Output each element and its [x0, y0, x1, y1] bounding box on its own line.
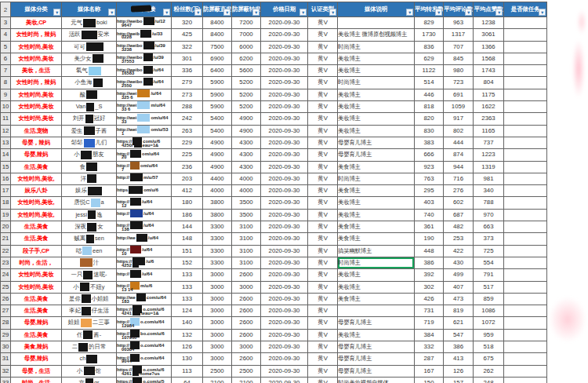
- cell-price-date[interactable]: 2020-09-30: [261, 185, 308, 197]
- cell-avg-repost[interactable]: 818: [415, 101, 444, 113]
- cell-weibo-link[interactable]: http://weim/u/6433 6: [117, 101, 172, 113]
- cell-price-date[interactable]: 2020-09-30: [261, 17, 308, 29]
- row-number[interactable]: 21: [1, 233, 11, 245]
- cell-task[interactable]: [504, 101, 547, 113]
- cell-cert-type[interactable]: 黄V: [308, 137, 338, 148]
- cell-weibo-link[interactable]: http://wei/u/64325 6: [117, 89, 172, 100]
- cell-price-date[interactable]: 2020-09-30: [261, 293, 308, 305]
- cell-media-name[interactable]: 姐姐二三事: [62, 317, 117, 329]
- cell-fans[interactable]: 225: [172, 149, 203, 161]
- cell-media-name[interactable]: 小朋友: [62, 149, 117, 161]
- cell-direct-price[interactable]: 3000: [203, 269, 232, 281]
- cell-price-date[interactable]: 2020-09-30: [261, 77, 308, 89]
- cell-cert-type[interactable]: 黄V: [308, 353, 338, 365]
- cell-fans[interactable]: 152: [172, 257, 203, 268]
- cell-avg-like[interactable]: 959: [474, 329, 504, 341]
- cell-fans[interactable]: 133: [172, 281, 203, 293]
- cell-media-desc[interactable]: 母婴育儿博主: [338, 353, 415, 365]
- row-number[interactable]: 31: [1, 353, 11, 365]
- cell-avg-like[interactable]: 3061: [474, 29, 504, 41]
- row-number[interactable]: 27: [1, 305, 11, 317]
- cell-weibo-link[interactable]: http://weibo/u/3937553: [117, 53, 172, 64]
- cell-avg-like[interactable]: 1175: [474, 89, 504, 100]
- cell-avg-comment[interactable]: 444: [444, 137, 474, 148]
- cell-price-date[interactable]: 2020-09-30: [261, 353, 308, 365]
- cell-price-date[interactable]: 2020-09-30: [261, 149, 308, 161]
- cell-avg-repost[interactable]: 836: [415, 41, 444, 53]
- column-header-9[interactable]: 媒体说明▼: [338, 2, 415, 17]
- column-header-1[interactable]: 媒体分类▼: [11, 2, 62, 17]
- cell-weibo-link[interactable]: https://com/u/64250/eau=1&: [117, 137, 172, 148]
- cell-cert-type[interactable]: 黄V: [308, 29, 338, 41]
- cell-weibo-link[interactable]: http://o.com/u/649044: [117, 353, 172, 365]
- cell-repost-price[interactable]: 4000: [232, 173, 261, 184]
- cell-cert-type[interactable]: 黄V: [308, 197, 338, 209]
- cell-price-date[interactable]: 2020-09-30: [261, 221, 308, 233]
- cell-weibo-link[interactable]: http://m/u/57: [117, 173, 172, 184]
- cell-avg-like[interactable]: 675: [474, 353, 504, 365]
- cell-avg-repost[interactable]: 150: [415, 377, 444, 383]
- cell-direct-price[interactable]: 3000: [203, 281, 232, 293]
- cell-direct-price[interactable]: 4000: [203, 185, 232, 197]
- cell-media-name[interactable]: 贼离sen: [62, 233, 117, 245]
- cell-avg-like[interactable]: 859: [474, 293, 504, 305]
- cell-media-desc[interactable]: 母婴育儿博主: [338, 137, 415, 148]
- row-number[interactable]: 12: [1, 125, 11, 137]
- cell-task[interactable]: [504, 305, 547, 317]
- cell-avg-like[interactable]: 791: [474, 269, 504, 281]
- row-number[interactable]: 22: [1, 245, 11, 257]
- cell-avg-comment[interactable]: 716: [444, 173, 474, 184]
- cell-media-desc[interactable]: 美妆博主: [338, 89, 415, 100]
- cell-avg-like[interactable]: 262: [474, 365, 504, 377]
- filter-dropdown-icon[interactable]: ▼: [108, 9, 115, 16]
- filter-dropdown-icon[interactable]: ▼: [53, 9, 60, 16]
- column-header-11[interactable]: 平均评论数▼: [444, 2, 474, 17]
- cell-avg-repost[interactable]: 514: [415, 77, 444, 89]
- cell-price-date[interactable]: 2020-09-30: [261, 65, 308, 77]
- cell-price-date[interactable]: 2020-09-30: [261, 29, 308, 41]
- cell-fans[interactable]: 412: [172, 185, 203, 197]
- cell-media-name[interactable]: 娱乐: [62, 185, 117, 197]
- cell-task[interactable]: [504, 377, 547, 383]
- row-number[interactable]: 16: [1, 173, 11, 184]
- filter-dropdown-icon[interactable]: ▼: [435, 9, 442, 16]
- cell-cert-type[interactable]: 黄V: [308, 113, 338, 125]
- cell-avg-comment[interactable]: 963: [444, 17, 474, 29]
- cell-avg-comment[interactable]: 802: [444, 125, 474, 137]
- cell-repost-price[interactable]: 5200: [232, 77, 261, 89]
- cell-category[interactable]: 生活,宠物: [11, 125, 62, 137]
- cell-media-desc[interactable]: 美妆博主: [338, 53, 415, 64]
- cell-avg-like[interactable]: 1238: [474, 17, 504, 29]
- cell-cert-type[interactable]: 黄V: [308, 89, 338, 100]
- filter-dropdown-icon[interactable]: ▼: [252, 9, 260, 16]
- row-number[interactable]: 6: [1, 53, 11, 64]
- cell-cert-type[interactable]: 黄V: [308, 245, 338, 257]
- cell-direct-price[interactable]: 2100: [203, 377, 232, 383]
- row-number[interactable]: 13: [1, 137, 11, 148]
- cell-avg-like[interactable]: 1568: [474, 53, 504, 64]
- cell-price-date[interactable]: 2020-09-30: [261, 233, 308, 245]
- cell-direct-price[interactable]: 3300: [203, 233, 232, 245]
- row-number[interactable]: 28: [1, 317, 11, 329]
- row-number[interactable]: 15: [1, 161, 11, 173]
- cell-avg-like[interactable]: 340: [474, 185, 504, 197]
- cell-avg-comment[interactable]: 723: [444, 77, 474, 89]
- cell-price-date[interactable]: 2020-09-30: [261, 113, 308, 125]
- row-number[interactable]: 8: [1, 77, 11, 89]
- row-number[interactable]: 2: [1, 2, 11, 17]
- cell-avg-comment[interactable]: 602: [444, 197, 474, 209]
- cell-category[interactable]: 生活,美食: [11, 221, 62, 233]
- cell-category[interactable]: 美妆，生活: [11, 65, 62, 77]
- cell-direct-price[interactable]: 5400: [203, 125, 232, 137]
- cell-avg-comment[interactable]: 687: [444, 209, 474, 221]
- cell-avg-repost[interactable]: 923: [415, 161, 444, 173]
- cell-avg-like[interactable]: 554: [474, 257, 504, 268]
- cell-fans[interactable]: 124: [172, 305, 203, 317]
- cell-task[interactable]: [504, 245, 547, 257]
- cell-avg-repost[interactable]: 719: [415, 317, 444, 329]
- cell-cert-type[interactable]: 黄V: [308, 233, 338, 245]
- cell-media-name[interactable]: 京gr: [62, 377, 117, 383]
- cell-media-name[interactable]: 小馆: [62, 365, 117, 377]
- row-number[interactable]: 29: [1, 329, 11, 341]
- cell-fans[interactable]: 140: [172, 317, 203, 329]
